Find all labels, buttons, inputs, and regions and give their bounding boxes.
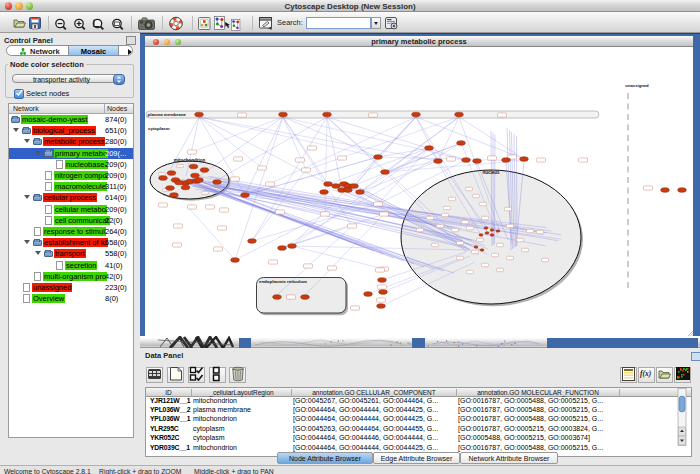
svg-text:cytoplasm: cytoplasm (148, 126, 170, 131)
svg-text:f(x): f(x) (640, 369, 652, 378)
svg-text:plasma membrane: plasma membrane (148, 112, 187, 117)
svg-text:nucleus: nucleus (482, 170, 500, 175)
svg-text:endoplasmic reticulum: endoplasmic reticulum (259, 279, 307, 284)
svg-text:unassigned: unassigned (625, 83, 649, 88)
svg-text:mitochondrion: mitochondrion (174, 158, 206, 163)
